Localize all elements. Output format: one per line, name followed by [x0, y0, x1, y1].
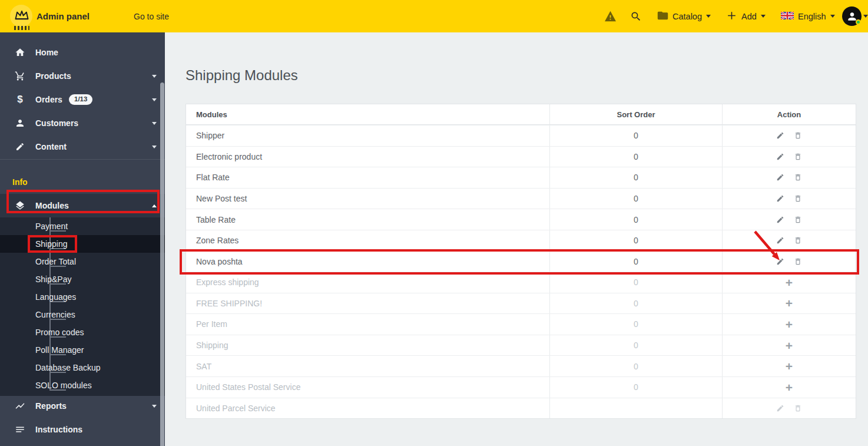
go-to-site-link[interactable]: Go to site [134, 0, 169, 32]
sort-order-value: 0 [634, 299, 638, 308]
plus-icon [726, 10, 737, 23]
module-name: Nova poshta [196, 257, 243, 266]
sort-order-value: 0 [634, 362, 638, 371]
sort-order-value: 0 [634, 194, 638, 203]
module-row-table-rate: Table Rate0 [186, 209, 856, 230]
submenu-item-poll-manager[interactable]: Poll Manager [0, 341, 165, 359]
table-header-row: Modules Sort Order Action [186, 104, 856, 125]
edit-icon[interactable] [776, 257, 785, 266]
sidebar-item-orders[interactable]: $ Orders 1/13 [0, 88, 165, 111]
catalog-menu[interactable]: Catalog [657, 0, 711, 32]
install-icon[interactable]: + [786, 360, 793, 372]
submenu-item-currencies[interactable]: Currencies [0, 306, 165, 323]
sidebar-item-instructions[interactable]: Instructions [0, 418, 165, 441]
edit-icon[interactable] [776, 131, 785, 140]
delete-icon[interactable] [794, 152, 803, 161]
edit-icon[interactable] [776, 173, 785, 182]
chevron-down-icon [152, 122, 157, 125]
install-icon[interactable]: + [786, 381, 793, 394]
module-row-nova-poshta: Nova poshta0 [186, 250, 856, 272]
submenu-item-label: Promo codes [35, 328, 84, 337]
warning-icon[interactable] [604, 0, 617, 32]
sidebar: Home Products $ Orders 1/13 Customers Co… [0, 32, 165, 446]
submenu-item-database-backup[interactable]: Database Backup [0, 359, 165, 376]
submenu-item-label: Languages [35, 292, 76, 302]
module-row-express-shipping: Express shipping0+ [186, 272, 856, 293]
submenu-item-promo-codes[interactable]: Promo codes [0, 323, 165, 341]
sort-order-value: 0 [634, 173, 638, 182]
submenu-item-ship-pay[interactable]: Ship&Pay [0, 270, 165, 288]
sidebar-section-info: Info [12, 177, 28, 187]
module-name: Shipper [196, 131, 224, 140]
sidebar-item-content[interactable]: Content [0, 135, 165, 158]
module-name: New Post test [196, 194, 247, 203]
language-menu[interactable]: English [781, 0, 835, 32]
module-name: FREE SHIPPING! [196, 299, 262, 308]
sidebar-item-reports[interactable]: Reports [0, 394, 165, 418]
header-action: Action [777, 110, 801, 119]
module-name: SAT [196, 362, 211, 371]
topbar: Admin panel Go to site Catalog Add Engli… [0, 0, 868, 32]
module-row-new-post-test: New Post test0 [186, 188, 856, 209]
dollar-icon: $ [14, 94, 26, 105]
module-name: Flat Rate [196, 173, 230, 182]
sort-order-value: 0 [634, 131, 638, 140]
install-icon[interactable]: + [786, 318, 793, 331]
module-name: United States Postal Service [196, 382, 300, 392]
folder-icon [657, 11, 668, 22]
module-row-united-states-postal-service: United States Postal Service0+ [186, 376, 856, 398]
install-icon[interactable]: + [786, 297, 793, 309]
submenu-item-payment[interactable]: Payment [0, 217, 165, 235]
sidebar-item-home[interactable]: Home [0, 41, 165, 64]
edit-icon[interactable] [776, 236, 785, 245]
install-icon[interactable]: + [786, 339, 793, 352]
module-row-sat: SAT0+ [186, 355, 856, 376]
sidebar-item-products[interactable]: Products [0, 64, 165, 88]
submenu-item-shipping[interactable]: Shipping [0, 235, 165, 253]
search-icon[interactable] [630, 0, 642, 32]
edit-icon[interactable] [776, 404, 785, 412]
header-sort-order: Sort Order [617, 110, 655, 119]
cart-icon [14, 70, 26, 82]
module-row-united-parcel-service: United Parcel Service [186, 398, 856, 419]
submenu-item-order-total[interactable]: Order Total [0, 253, 165, 270]
module-row-shipping: Shipping0+ [186, 335, 856, 356]
chevron-down-icon [706, 15, 711, 18]
add-menu[interactable]: Add [726, 0, 766, 32]
delete-icon[interactable] [794, 236, 803, 245]
edit-icon[interactable] [776, 152, 785, 161]
delete-icon[interactable] [794, 404, 803, 412]
module-row-per-item: Per Item0+ [186, 313, 856, 335]
sort-order-value: 0 [634, 341, 638, 350]
chevron-up-icon [152, 204, 157, 207]
delete-icon[interactable] [794, 131, 803, 140]
submenu-item-label: Shipping [35, 239, 68, 249]
admin-panel-app: Admin panel Go to site Catalog Add Engli… [0, 0, 868, 446]
language-label: English [798, 12, 826, 21]
module-name: Express shipping [196, 277, 259, 287]
module-row-free-shipping: FREE SHIPPING!0+ [186, 293, 856, 314]
delete-icon[interactable] [794, 194, 803, 203]
install-icon[interactable]: + [786, 276, 793, 289]
edit-icon[interactable] [776, 215, 785, 224]
pencil-icon [14, 141, 26, 153]
crown-logo-icon[interactable] [14, 8, 30, 25]
module-row-flat-rate: Flat Rate0 [186, 167, 856, 188]
submenu-item-solo-modules[interactable]: SOLO modules [0, 376, 165, 394]
module-row-shipper: Shipper0 [186, 125, 856, 146]
sort-order-value: 0 [634, 257, 638, 266]
chart-line-icon [14, 400, 26, 412]
delete-icon[interactable] [794, 173, 803, 182]
layers-icon [14, 200, 26, 212]
delete-icon[interactable] [794, 215, 803, 224]
module-name: Zone Rates [196, 236, 238, 245]
delete-icon[interactable] [794, 257, 803, 266]
module-name: Per Item [196, 319, 227, 329]
sidebar-scrollbar[interactable] [160, 82, 164, 446]
sidebar-divider [0, 159, 165, 160]
sidebar-item-customers[interactable]: Customers [0, 111, 165, 135]
submenu-item-label: Currencies [35, 310, 75, 319]
sidebar-item-modules[interactable]: Modules [0, 194, 165, 217]
edit-icon[interactable] [776, 194, 785, 203]
submenu-item-languages[interactable]: Languages [0, 288, 165, 306]
